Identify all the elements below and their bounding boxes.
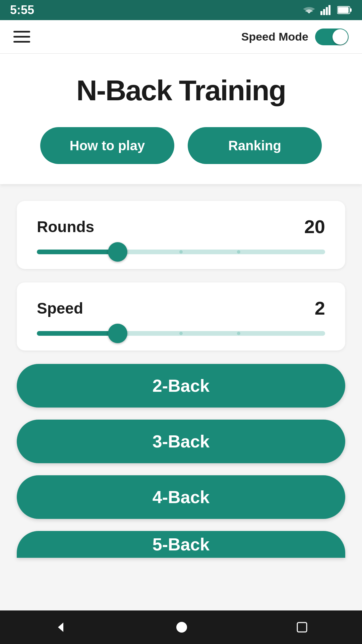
svg-rect-9 [297,623,307,632]
speed-label: Speed [37,299,83,317]
speed-mode-toggle[interactable] [315,29,349,45]
recents-nav-button[interactable] [295,621,309,634]
scroll-area: N-Back Training How to play Ranking Roun… [0,54,362,610]
4-back-button[interactable]: 4-Back [17,475,345,519]
bottom-nav-bar [0,610,362,644]
rounds-label: Rounds [37,218,94,236]
speed-mode-label: Speed Mode [241,30,308,43]
2-back-button[interactable]: 2-Back [17,364,345,408]
rounds-slider-header: Rounds 20 [37,216,325,237]
app-title: N-Back Training [13,74,349,107]
hamburger-line-3 [13,41,30,43]
svg-rect-0 [320,11,322,15]
speed-slider-header: Speed 2 [37,297,325,319]
status-time: 5:55 [10,3,34,17]
hero-section: N-Back Training How to play Ranking [0,54,362,184]
speed-tick-2 [237,332,240,335]
home-nav-button[interactable] [174,620,189,635]
hamburger-line-1 [13,31,30,33]
how-to-play-button[interactable]: How to play [40,127,174,164]
svg-rect-3 [328,5,330,15]
svg-point-8 [176,622,187,633]
back-icon [53,620,68,635]
rounds-tick-2 [237,250,240,254]
battery-icon [337,6,352,14]
recents-icon [295,621,309,634]
svg-rect-5 [338,7,349,13]
hero-buttons: How to play Ranking [13,127,349,164]
rounds-slider-thumb[interactable] [108,242,127,262]
ranking-button[interactable]: Ranking [188,127,322,164]
toggle-knob [333,29,348,45]
speed-mode-container: Speed Mode [241,29,349,45]
speed-slider-card: Speed 2 [17,282,345,351]
speed-slider-fill [37,331,118,336]
main-content: Rounds 20 Speed 2 [0,184,362,575]
speed-slider-thumb[interactable] [108,324,127,343]
svg-marker-7 [58,623,63,632]
rounds-slider-fill [37,250,118,254]
scroll-inner: N-Back Training How to play Ranking Roun… [0,54,362,610]
3-back-button[interactable]: 3-Back [17,420,345,463]
speed-slider-track[interactable] [37,331,325,336]
5-back-button[interactable]: 5-Back [17,531,345,558]
home-icon [174,620,189,635]
speed-tick-1 [179,332,183,335]
back-nav-button[interactable] [53,620,68,635]
hamburger-line-2 [13,36,30,38]
status-bar: 5:55 [0,0,362,20]
speed-value: 2 [315,297,325,319]
rounds-slider-card: Rounds 20 [17,201,345,269]
wifi-icon [302,5,316,15]
hamburger-menu[interactable] [13,31,30,43]
svg-rect-1 [323,9,325,15]
game-buttons: 2-Back 3-Back 4-Back 5-Back [17,364,345,558]
signal-icon [320,5,333,15]
top-nav: Speed Mode [0,20,362,54]
svg-rect-2 [326,7,328,15]
rounds-tick-1 [179,250,183,254]
status-icons [302,5,352,15]
svg-rect-6 [350,8,352,12]
rounds-slider-track[interactable] [37,250,325,254]
rounds-value: 20 [304,216,325,237]
